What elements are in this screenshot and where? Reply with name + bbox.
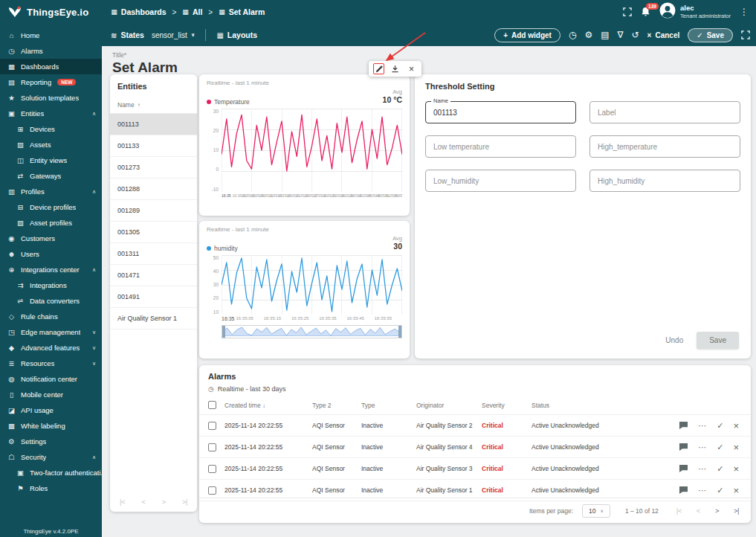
layouts-button[interactable]: ▦ Layouts [216, 30, 257, 39]
edit-widget-button[interactable] [373, 63, 384, 74]
name-input[interactable] [425, 101, 576, 123]
sidebar-item-integrations[interactable]: ⇉Integrations [0, 277, 102, 293]
entity-row[interactable]: 001133 [110, 135, 197, 157]
breadcrumb-dashboards[interactable]: ▦ Dashboards [111, 7, 166, 16]
sidebar-item-mobile-center[interactable]: ▯Mobile center [0, 387, 102, 402]
sidebar-item-entity-views[interactable]: ◫Entity views [0, 152, 102, 168]
next-page-icon[interactable]: > [715, 507, 719, 515]
sidebar-item-customers[interactable]: ◉Customers [0, 231, 102, 246]
row-checkbox[interactable] [208, 443, 216, 451]
threshold-save-button[interactable]: Save [697, 332, 739, 349]
version-history-button[interactable]: ↺ [632, 30, 639, 39]
select-all-checkbox[interactable] [208, 401, 216, 409]
brush-handle-left[interactable] [222, 326, 225, 338]
acknowledge-icon[interactable]: ✓ [717, 486, 723, 495]
sidebar-item-home[interactable]: ⌂Home [0, 28, 102, 43]
row-checkbox[interactable] [208, 486, 216, 495]
more-actions-icon[interactable]: ⋯ [698, 422, 707, 430]
acknowledge-icon[interactable]: ✓ [717, 465, 723, 473]
chart-navigator[interactable] [222, 325, 402, 338]
sidebar-item-edge-management[interactable]: ◳Edge management∨ [0, 324, 102, 340]
sidebar-item-advanced-features[interactable]: ◆Advanced features∨ [0, 340, 102, 356]
more-actions-icon[interactable]: ⋯ [698, 486, 707, 495]
page-title[interactable]: Set Alarm [112, 60, 756, 76]
comment-icon[interactable] [679, 464, 688, 473]
items-per-page-select[interactable]: 10 ∨ [582, 504, 610, 518]
last-page-icon[interactable]: >| [182, 498, 187, 506]
column-originator[interactable]: Originator [416, 402, 482, 409]
column-status[interactable]: Status [532, 402, 663, 409]
next-page-icon[interactable]: > [162, 498, 166, 506]
entity-row[interactable]: 001471 [110, 265, 197, 286]
entities-name-column-header[interactable]: Name ↑ [110, 91, 197, 114]
sidebar-item-api-usage[interactable]: ◪API usage [0, 402, 102, 418]
entity-row[interactable]: 001273 [110, 157, 197, 179]
undo-button[interactable]: Undo [665, 336, 683, 344]
entity-row[interactable]: 001311 [110, 243, 197, 265]
prev-page-icon[interactable]: < [697, 507, 700, 515]
more-actions-icon[interactable]: ⋯ [698, 465, 707, 473]
high-temperature-input[interactable] [589, 135, 740, 158]
alarms-timewindow[interactable]: ◷ Realtime - last 30 days [199, 381, 751, 393]
timewindow-button[interactable]: ◷ [569, 30, 576, 39]
acknowledge-icon[interactable]: ✓ [717, 443, 723, 451]
dashboard-image-button[interactable]: ▤ [601, 30, 609, 39]
sidebar-item-profiles[interactable]: ▥Profiles∧ [0, 184, 102, 199]
add-widget-button[interactable]: + Add widget [494, 28, 560, 42]
sidebar-item-assets[interactable]: ▨Assets [0, 137, 102, 152]
remove-widget-button[interactable]: × [406, 63, 417, 74]
comment-icon[interactable] [679, 486, 688, 495]
legend-humidity[interactable]: humidity [207, 245, 238, 252]
sidebar-item-notification-center[interactable]: ◍Notification center [0, 371, 102, 387]
settings-gear-button[interactable]: ⚙ [584, 30, 592, 39]
filter-button[interactable]: ∇ [618, 30, 624, 39]
states-button[interactable]: ≋ States [111, 30, 144, 39]
low-temperature-input[interactable] [425, 135, 576, 158]
column-severity[interactable]: Severity [482, 402, 532, 409]
sidebar-item-device-profiles[interactable]: ⊟Device profiles [0, 199, 102, 215]
cancel-button[interactable]: × Cancel [647, 31, 680, 39]
breadcrumb-set-alarm[interactable]: ▦ Set Alarm [219, 7, 265, 16]
entity-row[interactable]: 001305 [110, 222, 197, 243]
low-humidity-input[interactable] [425, 170, 576, 192]
kebab-menu-button[interactable]: ⋮ [740, 7, 749, 16]
row-checkbox[interactable] [208, 465, 216, 473]
sidebar-item-asset-profiles[interactable]: ▧Asset profiles [0, 215, 102, 231]
first-page-icon[interactable]: |< [676, 507, 682, 515]
legend-temperature[interactable]: Temperature [207, 98, 250, 106]
acknowledge-icon[interactable]: ✓ [717, 422, 723, 430]
sidebar-item-solution-templates[interactable]: ★Solution templates [0, 90, 102, 106]
breadcrumb-all[interactable]: ▦ All [182, 7, 202, 16]
sidebar-item-roles[interactable]: ⚑Roles [0, 480, 102, 496]
column-created-time[interactable]: Created time ↓ [224, 402, 312, 409]
high-humidity-input[interactable] [589, 170, 740, 192]
fullscreen-button[interactable] [741, 30, 750, 39]
sidebar-item-devices[interactable]: ⊞Devices [0, 121, 102, 137]
column-type[interactable]: Type [361, 402, 416, 409]
sidebar-item-rule-chains[interactable]: ◇Rule chains [0, 309, 102, 324]
sidebar-item-settings[interactable]: ⚙Settings [0, 434, 102, 449]
entity-row[interactable]: 001491 [110, 286, 197, 308]
comment-icon[interactable] [679, 421, 688, 430]
sidebar-item-integrations-center[interactable]: ⊕Integrations center∧ [0, 262, 102, 277]
sidebar-item-dashboards[interactable]: ▦Dashboards [0, 59, 102, 74]
first-page-icon[interactable]: |< [120, 498, 125, 506]
entity-row[interactable]: 001289 [110, 200, 197, 222]
export-widget-button[interactable] [390, 63, 401, 74]
more-actions-icon[interactable]: ⋯ [698, 443, 707, 451]
sidebar-item-entities[interactable]: ▣Entities∧ [0, 106, 102, 121]
comment-icon[interactable] [679, 443, 688, 451]
state-select[interactable]: sensor_list ∨ [152, 31, 196, 39]
clear-icon[interactable]: × [733, 486, 739, 495]
notifications-button[interactable]: 139 [641, 7, 650, 17]
sidebar-item-alarms[interactable]: ◷Alarms [0, 43, 102, 59]
sidebar-item-white-labeling[interactable]: ▩White labeling [0, 418, 102, 434]
sidebar-item-reporting[interactable]: ▤ReportingNEW [0, 74, 102, 90]
column-type2[interactable]: Type 2 [312, 402, 361, 409]
temperature-chart[interactable] [222, 109, 402, 192]
entity-row[interactable]: Air Quality Sensor 1 [110, 308, 197, 329]
sidebar-item-two-factor-auth[interactable]: ▣Two-factor authenticati... [0, 465, 102, 480]
entity-row[interactable]: 001288 [110, 179, 197, 200]
last-page-icon[interactable]: >| [734, 507, 739, 515]
sidebar-item-resources[interactable]: ≣Resources∨ [0, 356, 102, 371]
